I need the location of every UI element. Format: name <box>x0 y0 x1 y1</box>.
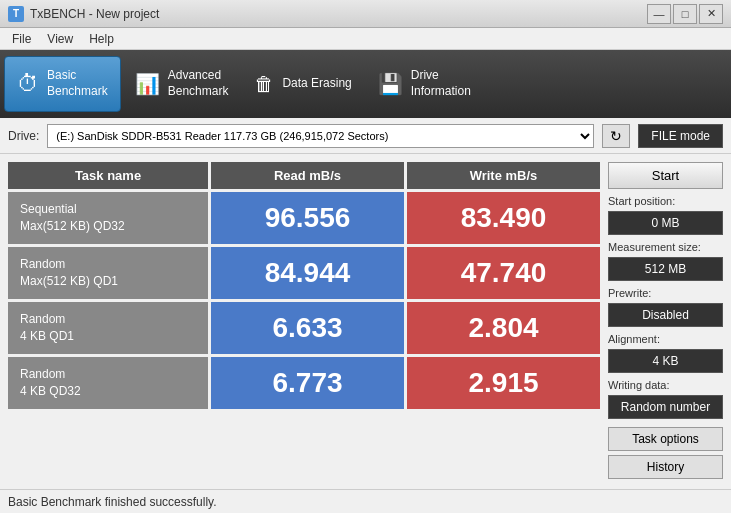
task-options-button[interactable]: Task options <box>608 427 723 451</box>
toolbar-drive-information-label: DriveInformation <box>411 68 471 99</box>
window-controls: — □ ✕ <box>647 4 723 24</box>
bench-name-random-4k-qd1: Random4 KB QD1 <box>8 302 208 354</box>
bench-write-random-4k-qd32: 2.915 <box>407 357 600 409</box>
drive-bar: Drive: (E:) SanDisk SDDR-B531 Reader 117… <box>0 118 731 154</box>
toolbar: ⏱ BasicBenchmark 📊 AdvancedBenchmark 🗑 D… <box>0 50 731 118</box>
alignment-value[interactable]: 4 KB <box>608 349 723 373</box>
benchmark-area: Task name Read mB/s Write mB/s Sequentia… <box>8 162 600 481</box>
start-button[interactable]: Start <box>608 162 723 189</box>
writing-data-value[interactable]: Random number <box>608 395 723 419</box>
main-content: Task name Read mB/s Write mB/s Sequentia… <box>0 154 731 489</box>
file-mode-button[interactable]: FILE mode <box>638 124 723 148</box>
status-text: Basic Benchmark finished successfully. <box>8 495 217 509</box>
drive-information-icon: 💾 <box>378 72 403 96</box>
status-bar: Basic Benchmark finished successfully. <box>0 489 731 513</box>
maximize-button[interactable]: □ <box>673 4 697 24</box>
header-read: Read mB/s <box>211 162 404 189</box>
writing-data-label: Writing data: <box>608 379 723 391</box>
start-position-value[interactable]: 0 MB <box>608 211 723 235</box>
bench-write-sequential: 83.490 <box>407 192 600 244</box>
advanced-benchmark-icon: 📊 <box>135 72 160 96</box>
bench-read-random-512: 84.944 <box>211 247 404 299</box>
bench-read-sequential: 96.556 <box>211 192 404 244</box>
bench-write-random-4k-qd1: 2.804 <box>407 302 600 354</box>
bench-read-random-4k-qd32: 6.773 <box>211 357 404 409</box>
toolbar-data-erasing-label: Data Erasing <box>282 76 351 92</box>
toolbar-advanced-benchmark[interactable]: 📊 AdvancedBenchmark <box>123 56 241 112</box>
header-task-name: Task name <box>8 162 208 189</box>
menu-bar: File View Help <box>0 28 731 50</box>
right-panel: Start Start position: 0 MB Measurement s… <box>608 162 723 481</box>
bench-name-random-4k-qd32: Random4 KB QD32 <box>8 357 208 409</box>
toolbar-basic-benchmark-label: BasicBenchmark <box>47 68 108 99</box>
history-button[interactable]: History <box>608 455 723 479</box>
bench-read-random-4k-qd1: 6.633 <box>211 302 404 354</box>
measurement-size-value[interactable]: 512 MB <box>608 257 723 281</box>
menu-view[interactable]: View <box>39 30 81 48</box>
bench-name-random-512: RandomMax(512 KB) QD1 <box>8 247 208 299</box>
app-icon: T <box>8 6 24 22</box>
basic-benchmark-icon: ⏱ <box>17 71 39 97</box>
menu-help[interactable]: Help <box>81 30 122 48</box>
drive-label: Drive: <box>8 129 39 143</box>
title-bar: T TxBENCH - New project — □ ✕ <box>0 0 731 28</box>
alignment-label: Alignment: <box>608 333 723 345</box>
close-button[interactable]: ✕ <box>699 4 723 24</box>
bench-row-random-4k-qd32: Random4 KB QD32 6.773 2.915 <box>8 357 600 409</box>
data-erasing-icon: 🗑 <box>254 73 274 96</box>
bench-row-sequential: SequentialMax(512 KB) QD32 96.556 83.490 <box>8 192 600 244</box>
drive-selector[interactable]: (E:) SanDisk SDDR-B531 Reader 117.73 GB … <box>47 124 594 148</box>
measurement-size-label: Measurement size: <box>608 241 723 253</box>
toolbar-advanced-benchmark-label: AdvancedBenchmark <box>168 68 229 99</box>
header-write: Write mB/s <box>407 162 600 189</box>
bench-header: Task name Read mB/s Write mB/s <box>8 162 600 189</box>
bench-row-random-512: RandomMax(512 KB) QD1 84.944 47.740 <box>8 247 600 299</box>
toolbar-basic-benchmark[interactable]: ⏱ BasicBenchmark <box>4 56 121 112</box>
prewrite-value[interactable]: Disabled <box>608 303 723 327</box>
toolbar-data-erasing[interactable]: 🗑 Data Erasing <box>242 56 363 112</box>
prewrite-label: Prewrite: <box>608 287 723 299</box>
bench-write-random-512: 47.740 <box>407 247 600 299</box>
minimize-button[interactable]: — <box>647 4 671 24</box>
window-title: TxBENCH - New project <box>30 7 159 21</box>
bench-row-random-4k-qd1: Random4 KB QD1 6.633 2.804 <box>8 302 600 354</box>
bench-name-sequential: SequentialMax(512 KB) QD32 <box>8 192 208 244</box>
start-position-label: Start position: <box>608 195 723 207</box>
toolbar-drive-information[interactable]: 💾 DriveInformation <box>366 56 483 112</box>
menu-file[interactable]: File <box>4 30 39 48</box>
drive-refresh-button[interactable]: ↻ <box>602 124 630 148</box>
